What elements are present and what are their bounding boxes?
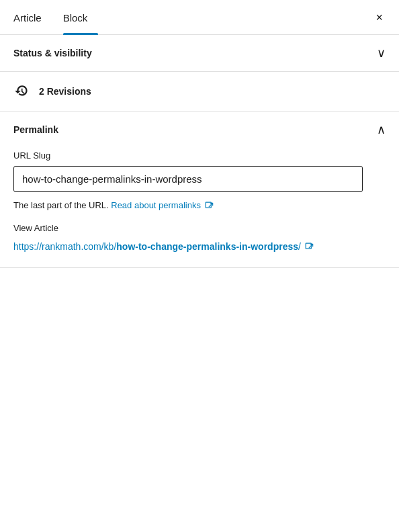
revisions-label: 2 Revisions [39,86,91,97]
url-base: https://rankmath.com/kb/ [13,241,116,252]
read-about-permalinks-link[interactable]: Read about permalinks [111,200,214,210]
url-slash: / [298,241,301,252]
url-slug-label: URL Slug [13,150,386,161]
url-slug-bold: how-to-change-permalinks-in-wordpress [116,241,298,252]
article-url-link[interactable]: https://rankmath.com/kb/how-to-change-pe… [13,240,386,254]
status-visibility-title: Status & visibility [13,48,92,58]
tabs-header: Article Block × [0,0,399,35]
view-article-label: View Article [13,223,386,233]
close-button[interactable]: × [373,9,386,26]
permalink-toggle[interactable]: Permalink ∧ [13,122,386,137]
permalink-section: Permalink ∧ URL Slug The last part of th… [0,112,399,268]
url-slug-input[interactable] [13,166,363,192]
revisions-icon [13,83,31,100]
chevron-up-icon: ∧ [377,122,386,137]
permalink-description: The last part of the URL. Read about per… [13,199,386,212]
sidebar-panel: Article Block × Status & visibility ∨ 2 … [0,0,399,268]
article-external-link-icon [305,242,314,252]
status-visibility-toggle[interactable]: Status & visibility ∨ [13,46,386,60]
external-link-icon [205,202,214,211]
revisions-row[interactable]: 2 Revisions [0,72,399,112]
tab-block[interactable]: Block [63,0,99,34]
chevron-down-icon: ∨ [377,46,386,60]
permalink-title: Permalink [13,124,58,135]
tab-article[interactable]: Article [13,0,52,34]
status-visibility-section: Status & visibility ∨ [0,35,399,72]
